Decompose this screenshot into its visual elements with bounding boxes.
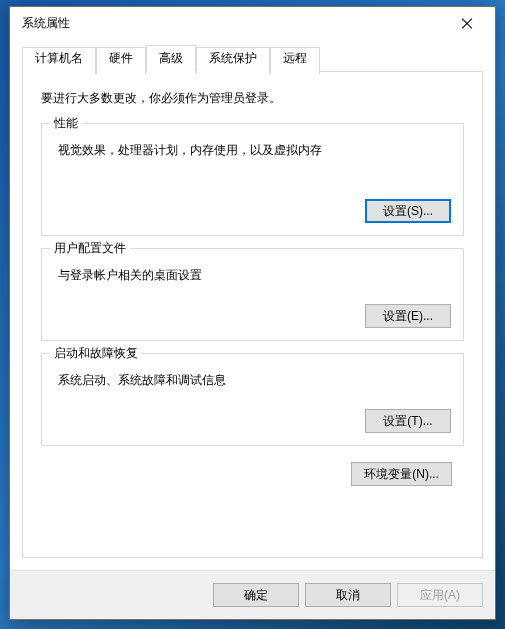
tab-system-protection[interactable]: 系统保护: [196, 47, 270, 74]
titlebar: 系统属性: [10, 7, 495, 39]
group-userprofile: 用户配置文件 与登录帐户相关的桌面设置 设置(E)...: [41, 248, 464, 341]
system-properties-dialog: 系统属性 计算机名 硬件 高级 系统保护 远程 要进行大多数更改，你必须作为管理…: [9, 6, 496, 620]
tab-remote[interactable]: 远程: [270, 47, 320, 74]
group-performance-title: 性能: [50, 115, 82, 132]
group-performance-desc: 视觉效果，处理器计划，内存使用，以及虚拟内存: [58, 142, 451, 159]
tab-computer-name[interactable]: 计算机名: [22, 47, 96, 74]
group-startup-title: 启动和故障恢复: [50, 345, 142, 362]
env-row: 环境变量(N)...: [41, 462, 464, 486]
tab-advanced[interactable]: 高级: [146, 45, 196, 72]
close-icon: [462, 18, 472, 28]
dialog-footer: 确定 取消 应用(A): [10, 570, 495, 619]
group-startup-desc: 系统启动、系统故障和调试信息: [58, 372, 451, 389]
admin-notice: 要进行大多数更改，你必须作为管理员登录。: [41, 90, 464, 107]
group-userprofile-desc: 与登录帐户相关的桌面设置: [58, 267, 451, 284]
cancel-button[interactable]: 取消: [305, 583, 391, 607]
window-title: 系统属性: [22, 15, 70, 32]
startup-settings-button[interactable]: 设置(T)...: [365, 409, 451, 433]
userprofile-settings-button[interactable]: 设置(E)...: [365, 304, 451, 328]
performance-settings-button[interactable]: 设置(S)...: [365, 199, 451, 223]
group-performance: 性能 视觉效果，处理器计划，内存使用，以及虚拟内存 设置(S)...: [41, 123, 464, 236]
close-button[interactable]: [447, 9, 487, 37]
tab-panel-advanced: 要进行大多数更改，你必须作为管理员登录。 性能 视觉效果，处理器计划，内存使用，…: [22, 71, 483, 558]
apply-button[interactable]: 应用(A): [397, 583, 483, 607]
group-startup: 启动和故障恢复 系统启动、系统故障和调试信息 设置(T)...: [41, 353, 464, 446]
dialog-body: 计算机名 硬件 高级 系统保护 远程 要进行大多数更改，你必须作为管理员登录。 …: [10, 39, 495, 570]
group-userprofile-title: 用户配置文件: [50, 240, 130, 257]
tab-strip: 计算机名 硬件 高级 系统保护 远程: [22, 45, 483, 71]
ok-button[interactable]: 确定: [213, 583, 299, 607]
tab-hardware[interactable]: 硬件: [96, 47, 146, 74]
environment-variables-button[interactable]: 环境变量(N)...: [351, 462, 452, 486]
